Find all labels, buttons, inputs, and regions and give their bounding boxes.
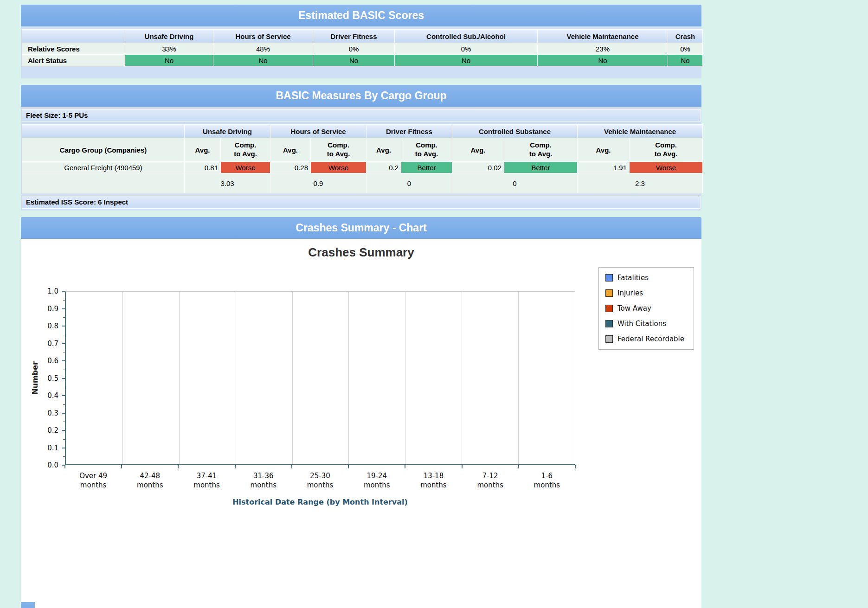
comp-to-avg-header: Comp. to Avg.	[311, 138, 366, 162]
x-category-label: 13-18 months	[405, 471, 462, 490]
relative-score-cell: 0%	[395, 43, 538, 55]
x-category-label: 25-30 months	[292, 471, 348, 490]
y-tick-mark	[62, 378, 65, 379]
gridline	[236, 292, 236, 464]
y-tick-mark	[62, 413, 65, 414]
corner-cell	[22, 125, 185, 138]
x-category-label: 37-41 months	[178, 471, 235, 490]
y-tick-mark	[62, 343, 65, 344]
x-tick-mark	[121, 465, 122, 468]
y-tick-label: 0.9	[31, 305, 58, 313]
column-header-unsafe-driving: Unsafe Driving	[125, 30, 213, 43]
y-tick-mark	[62, 448, 65, 448]
gridline	[179, 292, 180, 464]
group-average-row: 3.03 0.9 0 0 2.3	[22, 173, 703, 193]
x-tick-mark	[178, 465, 179, 468]
x-tick-mark	[291, 465, 292, 468]
gridline	[462, 292, 462, 464]
group-average-value: 0.9	[270, 173, 366, 193]
x-axis-category-labels: Over 49 months42-48 months37-41 months31…	[65, 471, 575, 490]
crashes-section-title: Crashes Summary - Chart	[21, 217, 701, 239]
avg-value: 0.2	[366, 162, 401, 173]
column-header-driver-fitness: Driver Fitness	[313, 30, 395, 43]
x-category-label: 19-24 months	[348, 471, 405, 490]
x-category-label: Over 49 months	[65, 471, 122, 490]
group-average-value: 3.03	[185, 173, 270, 193]
corner-cell	[22, 30, 125, 43]
row-label-relative-scores: Relative Scores	[22, 43, 125, 55]
group-average-value: 0	[452, 173, 578, 193]
y-tick-label: 0.2	[31, 426, 58, 435]
gridline	[348, 292, 349, 464]
column-header-hours-of-service: Hours of Service	[213, 30, 313, 43]
y-axis: 1.00.90.80.70.60.50.40.30.20.10.0	[21, 291, 65, 465]
injuries-swatch-icon	[605, 289, 613, 297]
legend-item-fatalities: Fatalities	[605, 274, 687, 282]
comp-to-avg-value: Worse	[630, 162, 703, 173]
basic-measures-section: BASIC Measures By Cargo Group Fleet Size…	[21, 85, 701, 211]
comp-to-avg-value: Worse	[221, 162, 270, 173]
relative-score-cell: 33%	[125, 43, 213, 55]
blank-cell	[22, 173, 185, 193]
legend-label: Injuries	[617, 289, 643, 297]
y-tick-mark	[62, 395, 65, 396]
y-tick-mark	[62, 308, 65, 309]
comp-to-avg-value: Worse	[311, 162, 366, 173]
measures-group-header-row: Unsafe Driving Hours of Service Driver F…	[22, 125, 703, 138]
tow-away-swatch-icon	[605, 305, 613, 312]
comp-to-avg-header: Comp. to Avg.	[221, 138, 270, 162]
report-page: Estimated BASIC Scores Unsafe Driving Ho…	[21, 5, 701, 608]
group-average-value: 0	[366, 173, 452, 193]
gridline	[122, 292, 123, 464]
avg-value: 0.81	[185, 162, 221, 173]
measures-subheader-row: Cargo Group (Companies) Avg. Comp. to Av…	[22, 138, 703, 162]
avg-value: 0.02	[452, 162, 504, 173]
x-category-label: 7-12 months	[462, 471, 519, 490]
comp-to-avg-value: Better	[401, 162, 452, 173]
alert-status-cell: No	[395, 55, 538, 66]
x-tick-mark	[405, 465, 405, 468]
scores-table-container: Unsafe Driving Hours of Service Driver F…	[21, 26, 701, 78]
estimated-basic-scores-section: Estimated BASIC Scores Unsafe Driving Ho…	[21, 5, 701, 78]
fleet-size-bar: Fleet Size: 1-5 PUs	[22, 109, 701, 122]
y-tick-mark	[62, 430, 65, 431]
avg-header: Avg.	[452, 138, 504, 162]
alert-status-cell: No	[668, 55, 703, 66]
crashes-summary-chart: Crashes Summary Fatalities Injuries Tow …	[21, 239, 701, 608]
column-header-crash: Crash	[668, 30, 703, 43]
comp-to-avg-value: Better	[504, 162, 578, 173]
x-tick-mark	[518, 465, 519, 468]
x-category-label: 31-36 months	[235, 471, 292, 490]
avg-header: Avg.	[185, 138, 221, 162]
gridline	[518, 292, 519, 464]
comp-to-avg-header: Comp. to Avg.	[630, 138, 703, 162]
y-tick-label: 0.0	[31, 461, 58, 469]
relative-score-cell: 0%	[668, 43, 703, 55]
y-tick-label: 0.5	[31, 374, 58, 383]
cargo-group-name: General Freight (490459)	[22, 162, 185, 173]
column-header-controlled-sub: Controlled Sub./Alcohol	[395, 30, 538, 43]
x-tick-mark	[64, 465, 65, 468]
scores-header-row: Unsafe Driving Hours of Service Driver F…	[22, 30, 703, 43]
column-header-vehicle-maintenance: Vehicle Maintaenance	[538, 30, 668, 43]
gridline	[405, 292, 405, 464]
legend-label: Federal Recordable	[617, 335, 684, 343]
legend-item-tow-away: Tow Away	[605, 304, 687, 313]
y-tick-label: 0.4	[31, 391, 58, 400]
y-tick-label: 0.6	[31, 357, 58, 365]
group-header-controlled-substance: Controlled Substance	[452, 125, 578, 138]
y-tick-label: 0.1	[31, 444, 58, 452]
avg-header: Avg.	[270, 138, 311, 162]
alert-status-cell: No	[538, 55, 668, 66]
group-header-hours-of-service: Hours of Service	[270, 125, 366, 138]
gridline	[292, 292, 293, 464]
legend-item-federal-recordable: Federal Recordable	[605, 335, 687, 343]
measures-section-title: BASIC Measures By Cargo Group	[21, 85, 701, 107]
relative-score-cell: 23%	[538, 43, 668, 55]
basic-measures-table: Unsafe Driving Hours of Service Driver F…	[22, 124, 703, 193]
alert-status-cell: No	[313, 55, 395, 66]
comp-to-avg-header: Comp. to Avg.	[401, 138, 452, 162]
group-header-unsafe-driving: Unsafe Driving	[185, 125, 270, 138]
y-tick-label: 0.7	[31, 339, 58, 348]
with-citations-swatch-icon	[605, 320, 613, 327]
